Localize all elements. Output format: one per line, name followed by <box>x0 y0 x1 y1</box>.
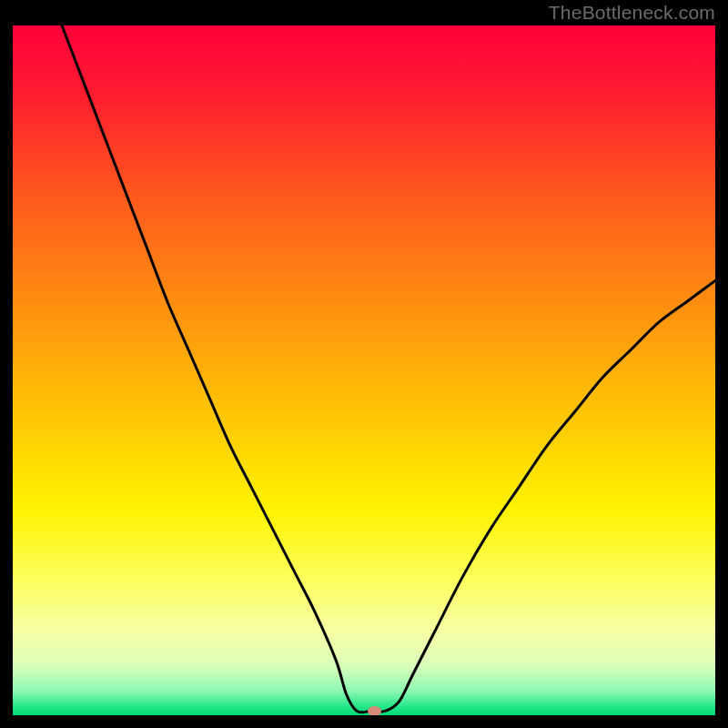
chart-frame: TheBottleneck.com <box>0 0 728 728</box>
plot-svg <box>13 25 715 715</box>
bottleneck-plot <box>13 25 715 715</box>
attribution-label: TheBottleneck.com <box>549 2 715 24</box>
